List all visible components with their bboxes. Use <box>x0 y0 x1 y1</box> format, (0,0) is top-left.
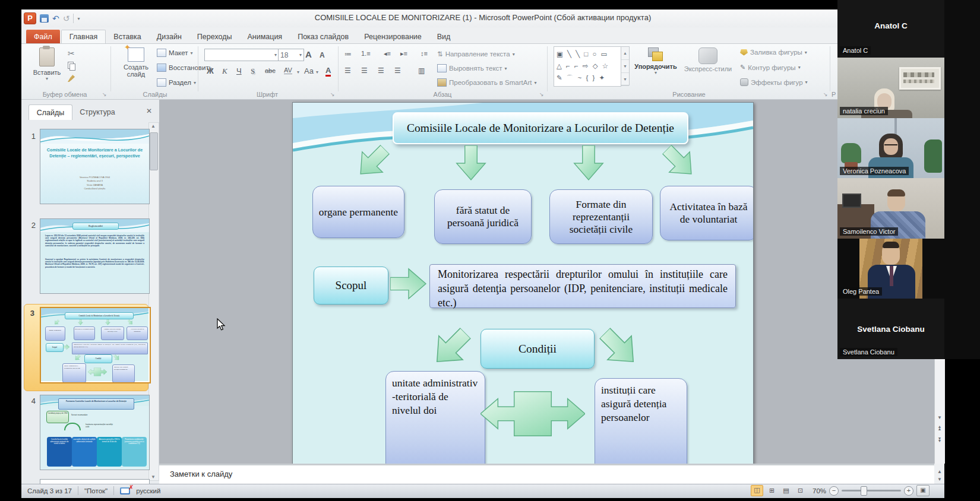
powerpoint-logo-icon[interactable]: P <box>24 12 36 24</box>
fit-to-window-button[interactable]: ▣ <box>916 485 930 496</box>
slide-box-activitatea[interactable]: Activitatea în bază de voluntariat <box>660 186 754 240</box>
participant-tile[interactable]: Anatol C Anatol C <box>837 0 944 58</box>
zoom-slider[interactable] <box>842 490 901 492</box>
scroll-down-icon[interactable]: ▼ <box>149 474 157 480</box>
columns-icon[interactable]: ▥ <box>418 66 425 75</box>
new-slide-button[interactable]: Создать слайд <box>116 47 156 78</box>
section-button[interactable]: Раздел ▾ <box>157 78 196 87</box>
font-color-button[interactable]: А <box>325 66 331 77</box>
spellcheck-icon[interactable]: ✗ <box>120 487 130 494</box>
zoom-level[interactable]: 70% <box>813 487 826 494</box>
arrow-down-left-icon[interactable] <box>421 318 480 378</box>
tab-review[interactable]: Рецензирование <box>356 30 429 44</box>
shapes-scroll-up-icon[interactable]: ▲ <box>621 47 629 60</box>
scroll-down-icon[interactable]: ▼ <box>935 414 944 421</box>
change-case-button[interactable]: Аа <box>304 66 314 75</box>
tab-home[interactable]: Главная <box>61 30 106 44</box>
slides-panel-scrollbar[interactable]: ▲ ▼ <box>148 122 159 481</box>
tab-animations[interactable]: Анимация <box>239 30 290 44</box>
zoom-out-button[interactable]: − <box>829 486 839 496</box>
participant-tile[interactable]: Samoilenco Victor <box>837 178 944 239</box>
shrink-font-button[interactable]: А <box>320 51 325 59</box>
arrow-down-right-icon[interactable] <box>590 318 649 378</box>
slide-thumbnail-1[interactable]: Comisiile Locale de Monitorizare a Locur… <box>40 129 150 204</box>
undo-icon[interactable]: ↶ <box>52 14 59 23</box>
redo-icon[interactable]: ↺ <box>63 14 70 23</box>
drawing-dialog-launcher[interactable]: ↘ <box>823 91 829 97</box>
smartart-button[interactable]: Преобразовать в SmartArt ▾ <box>437 78 537 87</box>
line-spacing-icon[interactable]: ↕≡ <box>421 50 428 57</box>
tab-slides-pane[interactable]: Слайды <box>29 104 72 120</box>
slide-sorter-button[interactable]: ⊞ <box>766 486 777 496</box>
scroll-up-icon[interactable]: ▲ <box>149 123 157 129</box>
slide-cond-left-shape[interactable]: unitate administrativ -teritorială de ni… <box>385 371 485 465</box>
font-dialog-launcher[interactable]: ↘ <box>330 91 336 97</box>
tab-file[interactable]: Файл <box>26 30 60 44</box>
slide-scopul-text-shape[interactable]: Monitorizarea respectării drepturilor om… <box>429 264 736 308</box>
shape-effects-button[interactable]: Эффекты фигур ▾ <box>740 78 808 86</box>
slide-box-organe[interactable]: organe permanente <box>312 186 404 238</box>
zoom-slider-thumb[interactable] <box>861 486 867 496</box>
tab-view[interactable]: Вид <box>429 30 459 44</box>
zoom-in-button[interactable]: + <box>904 486 913 496</box>
scrollbar-thumb[interactable] <box>150 132 158 170</box>
arrow-down-icon[interactable] <box>454 145 488 181</box>
language-indicator[interactable]: русский <box>136 487 160 494</box>
bullets-icon[interactable]: ≔ <box>344 50 352 58</box>
arrow-down-icon[interactable] <box>572 145 605 181</box>
arrow-right-icon[interactable] <box>390 267 427 301</box>
reading-view-button[interactable]: ▤ <box>780 486 792 496</box>
slide-conditii-shape[interactable]: Condiții <box>480 329 595 369</box>
slide-scopul-shape[interactable]: Scopul <box>314 267 388 305</box>
paragraph-dialog-launcher[interactable]: ↘ <box>539 91 545 97</box>
increase-indent-icon[interactable]: ▸≡ <box>400 50 407 58</box>
notes-scroll-up-icon[interactable]: ▲ <box>935 468 944 475</box>
shapes-scroll-down-icon[interactable]: ▼ <box>621 60 629 73</box>
align-left-icon[interactable]: ☰ <box>344 66 351 75</box>
align-center-icon[interactable]: ☰ <box>361 66 368 75</box>
clipboard-dialog-launcher[interactable]: ↘ <box>102 91 108 97</box>
bold-button[interactable]: Ж <box>207 66 214 75</box>
double-arrow-icon[interactable] <box>480 389 585 439</box>
shape-outline-button[interactable]: ✎ Контур фигуры ▾ <box>740 64 801 71</box>
paste-button[interactable]: Вставить ▾ <box>30 47 64 81</box>
slideshow-button[interactable]: ⊡ <box>795 486 806 496</box>
slide-thumbnail-4[interactable]: Formarea Comisiilor Locale de Monitoriza… <box>40 395 150 470</box>
tab-transitions[interactable]: Переходы <box>189 30 240 44</box>
layout-button[interactable]: Макет ▾ <box>157 49 193 57</box>
next-slide-button[interactable]: ▼▼ <box>935 437 944 445</box>
char-spacing-button[interactable]: AV <box>284 66 292 74</box>
slide-box-formate[interactable]: Formate din reprezentanții societății ci… <box>549 189 653 244</box>
participant-tile[interactable]: Veronica Pozneacova <box>837 118 944 178</box>
slide-cond-right-shape[interactable]: instituții care asigură detenția persoan… <box>595 378 687 465</box>
numbering-icon[interactable]: 1.≡ <box>361 50 371 57</box>
text-direction-button[interactable]: ⇅ Направление текста ▾ <box>437 50 515 58</box>
decrease-indent-icon[interactable]: ◂≡ <box>384 50 391 58</box>
participant-tile[interactable]: Svetlana Ciobanu Svetlana Ciobanu <box>837 299 944 359</box>
tab-insert[interactable]: Вставка <box>106 30 148 44</box>
grow-font-button[interactable]: А <box>305 49 312 59</box>
shapes-gallery-scroll[interactable]: ▲ ▼ ▼ <box>621 46 630 85</box>
theme-name[interactable]: "Поток" <box>84 487 108 494</box>
font-size-combo[interactable]: 18▾ <box>278 49 304 61</box>
participant-tile[interactable]: Oleg Pantea <box>837 239 944 299</box>
previous-slide-button[interactable]: ▲▲ <box>935 426 944 433</box>
italic-button[interactable]: К <box>222 66 227 76</box>
tab-slideshow[interactable]: Показ слайдов <box>290 30 356 44</box>
quick-styles-button[interactable]: Экспресс-стили <box>681 47 735 72</box>
slide-box-fara-statut[interactable]: fără statut de persoană juridică <box>434 189 532 244</box>
slide-thumbnail-2[interactable]: Reglementări Legea nr. 235-XVI din 13 oc… <box>40 218 150 294</box>
shapes-gallery[interactable]: ▣ ╲ ╲ □ ○ ▭ △ ⌐ ⌐ ⇨ ◇ ☆ ✎ ⌒ ~ { } ✦ <box>554 46 621 87</box>
cut-icon[interactable]: ✂ <box>68 49 75 58</box>
save-icon[interactable] <box>40 14 49 23</box>
justify-icon[interactable]: ☰ <box>394 66 401 75</box>
copy-icon[interactable] <box>68 62 75 69</box>
slide-thumbnail-3[interactable]: Comisiile Locale de Monitorizare a Locur… <box>40 307 151 383</box>
participant-tile[interactable]: natalia creciun <box>837 58 944 118</box>
shape-fill-button[interactable]: Заливка фигуры ▾ <box>740 49 807 56</box>
align-text-button[interactable]: Выровнять текст ▾ <box>437 64 507 72</box>
text-shadow-button[interactable]: S <box>251 66 255 76</box>
arrange-button[interactable]: Упорядочить ▾ <box>633 47 678 75</box>
strikethrough-button[interactable]: abc <box>265 67 276 74</box>
notes-scroll-down-icon[interactable]: ▼ <box>935 475 944 483</box>
